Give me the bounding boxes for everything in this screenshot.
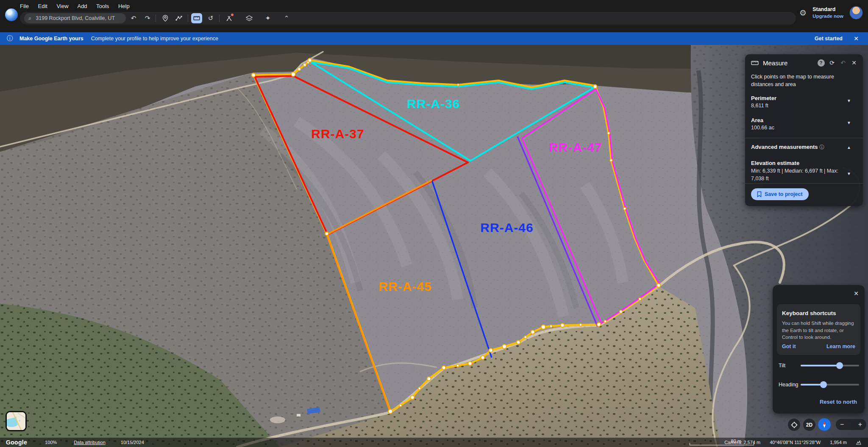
info-icon: ⓘ xyxy=(7,35,13,42)
tilt-slider[interactable] xyxy=(801,365,859,366)
gear-icon[interactable]: ⚙ xyxy=(799,8,807,18)
measure-panel-title: Measure xyxy=(763,59,787,67)
elevation-expand-icon[interactable]: ▼ xyxy=(847,171,851,176)
advanced-measurements-row[interactable]: Advanced measurements ⓘ xyxy=(751,144,824,151)
menu-add[interactable]: Add xyxy=(77,3,87,9)
save-to-project-button[interactable]: Save to project xyxy=(751,188,809,200)
toolbar: ⌕ ↶ ↷ ↺ ✦ xyxy=(20,12,796,25)
area-row[interactable]: Area 100.66 ac xyxy=(751,117,774,131)
heading-slider[interactable] xyxy=(801,384,859,386)
parcel-label-rr-a-37: RR-A-37 xyxy=(311,127,364,141)
panel-divider xyxy=(745,183,863,184)
advanced-info-icon[interactable]: ⓘ xyxy=(819,144,824,150)
upgrade-link[interactable]: Upgrade now xyxy=(812,13,843,19)
avatar[interactable] xyxy=(849,6,863,20)
parcel-label-rr-a-36: RR-A-36 xyxy=(407,97,460,111)
placemark-pin-icon[interactable] xyxy=(160,13,171,23)
measure-tool-icon[interactable] xyxy=(191,13,202,23)
reset-to-north-link[interactable]: Reset to north xyxy=(820,399,857,405)
bookmark-icon xyxy=(757,191,762,197)
zoom-in-button[interactable]: + xyxy=(858,421,862,428)
imagery-date: 10/15/2024 xyxy=(121,440,144,445)
elevation-row[interactable]: Elevation estimate Min: 6,339 ft | Media… xyxy=(751,160,849,182)
ruler-icon xyxy=(749,57,760,68)
app-header: File Edit View Add Tools Help ⌕ ↶ ↷ xyxy=(0,0,868,32)
notification-dot xyxy=(231,14,234,16)
shortcuts-close-icon[interactable]: ✕ xyxy=(854,290,859,297)
undo-icon[interactable]: ↶ xyxy=(128,13,139,23)
plan-tier: Standard xyxy=(812,6,843,13)
perimeter-expand-icon[interactable]: ▼ xyxy=(847,98,851,103)
overview-minimap[interactable] xyxy=(6,411,27,431)
google-logo: Google xyxy=(6,439,27,446)
learn-more-button[interactable]: Learn more xyxy=(826,344,855,349)
measure-close-icon[interactable]: ✕ xyxy=(849,57,860,68)
banner-close-icon[interactable]: ✕ xyxy=(854,35,859,42)
collapse-toolbar-icon[interactable]: ⌃ xyxy=(281,13,292,23)
shortcuts-body: You can hold Shift while dragging the Ea… xyxy=(782,320,855,341)
tilt-label: Tilt xyxy=(779,363,801,369)
ground-elevation: 1,954 m xyxy=(830,440,847,445)
measure-instructions: Click points on the map to measure dista… xyxy=(751,73,858,88)
parcel-label-rr-a-46: RR-A-46 xyxy=(480,221,533,235)
look-around-icon xyxy=(791,422,798,428)
measure-panel: Measure ? ⟳ ↶ ✕ Click points on the map … xyxy=(745,54,863,206)
toolbar-divider xyxy=(188,14,188,22)
menu-edit[interactable]: Edit xyxy=(38,3,47,9)
history-icon[interactable]: ↺ xyxy=(205,13,216,23)
toolbar-divider xyxy=(219,14,220,22)
redo-icon[interactable]: ↷ xyxy=(142,13,153,23)
design-tools-icon[interactable] xyxy=(223,13,234,23)
search-box[interactable]: ⌕ xyxy=(24,13,126,23)
undo-measure-icon[interactable]: ↶ xyxy=(837,57,849,68)
2d-button[interactable]: 2D xyxy=(803,419,815,431)
zoom-out-button[interactable]: − xyxy=(840,421,844,428)
terrain-icon xyxy=(856,440,861,445)
imagery-zoom-percent: 100% xyxy=(45,440,57,445)
toolbar-divider xyxy=(156,14,156,22)
parcel-label-rr-a-47: RR-A-47 xyxy=(549,140,602,155)
menu-view[interactable]: View xyxy=(57,3,69,9)
navigation-panel: ✕ Keyboard shortcuts You can hold Shift … xyxy=(773,285,865,413)
get-started-link[interactable]: Get started xyxy=(815,36,843,42)
status-bar: Google 100% Data attribution 10/15/2024 … xyxy=(0,438,868,447)
google-earth-app: RR-A-36 RR-A-37 RR-A-47 RR-A-46 RR-A-45 … xyxy=(0,0,868,447)
search-input[interactable] xyxy=(35,15,122,22)
tilt-slider-thumb[interactable] xyxy=(836,362,843,369)
zoom-control: − + xyxy=(836,419,866,430)
parcel-label-rr-a-45: RR-A-45 xyxy=(378,279,431,294)
layers-icon[interactable] xyxy=(244,13,255,23)
sparkle-icon[interactable]: ✦ xyxy=(262,13,273,23)
google-earth-logo[interactable] xyxy=(5,8,18,21)
area-expand-icon[interactable]: ▼ xyxy=(847,120,851,125)
menu-file[interactable]: File xyxy=(20,3,29,9)
map-viewport[interactable]: RR-A-36 RR-A-37 RR-A-47 RR-A-46 RR-A-45 xyxy=(0,45,868,447)
help-icon[interactable]: ? xyxy=(815,57,826,68)
minimap-content xyxy=(7,412,25,430)
look-around-button[interactable] xyxy=(788,419,800,431)
cursor-coordinates: 40°46'08"N 111°25'28"W xyxy=(770,440,821,445)
menu-tools[interactable]: Tools xyxy=(96,3,109,9)
compass-needle-icon xyxy=(821,421,828,428)
profile-banner: ⓘ Make Google Earth yours Complete your … xyxy=(0,32,868,45)
perimeter-row[interactable]: Perimeter 8,611 ft xyxy=(751,95,776,109)
heading-label: Heading xyxy=(779,382,801,388)
camera-altitude: Camera: 2,574 m xyxy=(724,440,760,445)
plan-block[interactable]: Standard Upgrade now xyxy=(812,6,843,19)
heading-slider-thumb[interactable] xyxy=(820,381,827,388)
compass-button[interactable] xyxy=(818,418,831,431)
panel-divider xyxy=(745,138,863,138)
got-it-button[interactable]: Got it xyxy=(782,344,796,349)
menu-help[interactable]: Help xyxy=(118,3,130,9)
search-icon: ⌕ xyxy=(28,15,31,22)
draw-path-icon[interactable] xyxy=(173,13,184,23)
restart-measure-icon[interactable]: ⟳ xyxy=(826,57,837,68)
banner-subtitle: Complete your profile to help improve yo… xyxy=(91,36,218,42)
shortcuts-title: Keyboard shortcuts xyxy=(782,310,855,316)
data-attribution-link[interactable]: Data attribution xyxy=(74,440,106,445)
advanced-collapse-icon[interactable]: ▲ xyxy=(847,145,851,150)
banner-title: Make Google Earth yours xyxy=(19,36,83,42)
